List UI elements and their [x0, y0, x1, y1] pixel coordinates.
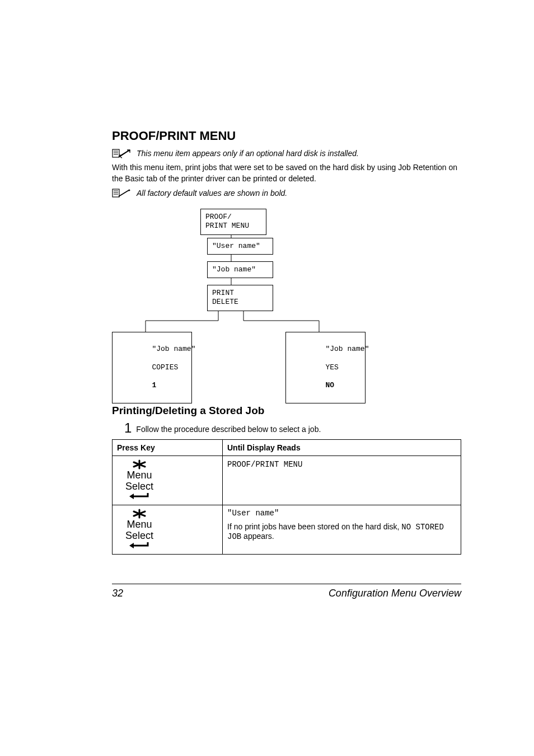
svg-marker-9	[129, 189, 130, 191]
step-1: 1 Follow the procedure described below t…	[124, 421, 461, 435]
note-1-text: This menu item appears only if an option…	[137, 149, 359, 158]
table-header-press: Press Key	[113, 440, 223, 456]
step-number: 1	[124, 421, 132, 435]
svg-text:Menu: Menu	[127, 519, 152, 530]
display-username: "User name"	[227, 509, 456, 518]
svg-text:Menu: Menu	[127, 469, 152, 481]
tree-left-bold: 1	[152, 381, 156, 389]
footer-title: Configuration Menu Overview	[329, 588, 461, 599]
press-key-cell: Menu Select	[113, 505, 223, 555]
tree-node-copies: "Job name" COPIES 1	[112, 332, 192, 403]
display-note: If no print jobs have been stored on the…	[227, 522, 456, 541]
table-row: Menu Select "User name" If no print jobs…	[113, 505, 461, 555]
press-key-cell: Menu Select	[113, 456, 223, 505]
svg-text:Select: Select	[125, 481, 153, 492]
tree-node-user: "User name"	[207, 238, 273, 255]
menu-tree-diagram: PROOF/ PRINT MENU "User name" "Job name"…	[112, 209, 461, 388]
keypress-table: Press Key Until Display Reads	[112, 439, 461, 555]
footer-rule	[112, 584, 461, 584]
menu-select-key-icon: Menu Select	[117, 459, 162, 501]
note-icon	[112, 148, 131, 159]
tree-left-line2: COPIES	[152, 363, 178, 372]
page-footer: 32 Configuration Menu Overview	[112, 588, 461, 599]
display-cell: PROOF/PRINT MENU	[223, 456, 461, 505]
table-header-display: Until Display Reads	[223, 440, 461, 456]
page-number: 32	[112, 588, 123, 599]
tree-node-printdelete: PRINT DELETE	[207, 285, 273, 311]
tree-right-bold: NO	[325, 381, 334, 389]
section-heading: PROOF/PRINT MENU	[112, 129, 461, 143]
svg-marker-30	[129, 543, 134, 548]
body-text-1: With this menu item, print jobs that wer…	[112, 162, 461, 184]
svg-rect-5	[113, 189, 119, 197]
tree-node-yesno: "Job name" YES NO	[285, 332, 366, 403]
tree-node-root: PROOF/ PRINT MENU	[200, 209, 266, 235]
tree-right-title: "Job name"	[325, 345, 369, 353]
tree-left-title: "Job name"	[152, 345, 195, 353]
step-text: Follow the procedure described below to …	[136, 424, 321, 435]
display-cell: "User name" If no print jobs have been s…	[223, 505, 461, 555]
display-note-prefix: If no print jobs have been stored on the…	[227, 522, 401, 531]
tree-right-line2: YES	[325, 363, 338, 372]
subheading: Printing/Deleting a Stored Job	[112, 405, 461, 417]
svg-text:Select: Select	[125, 530, 153, 541]
display-text: PROOF/PRINT MENU	[227, 460, 302, 469]
svg-marker-24	[129, 494, 134, 499]
display-note-suffix: appears.	[241, 532, 274, 541]
table-row: Menu Select PROOF/PRINT MENU	[113, 456, 461, 505]
note-icon	[112, 187, 131, 199]
menu-select-key-icon: Menu Select	[117, 509, 162, 551]
tree-node-job: "Job name"	[207, 261, 273, 278]
note-1: This menu item appears only if an option…	[112, 148, 461, 159]
note-2-text: All factory default values are shown in …	[137, 189, 287, 198]
svg-rect-0	[113, 149, 119, 157]
note-2: All factory default values are shown in …	[112, 187, 461, 199]
